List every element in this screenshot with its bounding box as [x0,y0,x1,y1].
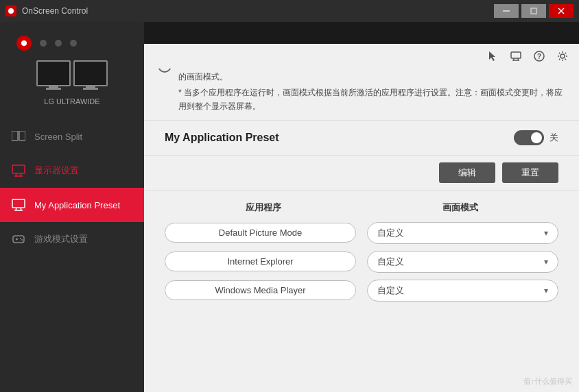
svg-point-0 [8,8,14,14]
chevron-down-icon: ▾ [544,286,548,295]
sidebar-item-screen-split[interactable]: Screen Split [0,119,144,154]
monitor-label: LG ULTRAWIDE [44,97,99,106]
app-preset-icon [11,197,26,212]
svg-rect-11 [12,199,25,208]
screen-split-icon [11,129,26,144]
main-layout: LG ULTRAWIDE Screen Split 显示器设置 My Appli… [0,22,579,392]
svg-point-26 [560,54,565,58]
mode-text-2: 自定义 [377,284,404,297]
svg-rect-20 [511,52,521,58]
sidebar-item-label: 显示器设置 [34,164,79,177]
svg-point-18 [20,238,21,239]
sidebar-item-app-preset[interactable]: My Application Preset [0,188,144,222]
power-indicator [16,36,32,51]
dot3 [70,40,77,47]
mode-text-1: 自定义 [377,256,404,268]
table-row: Default Picture Mode 自定义 ▾ [165,222,558,244]
toggle-container: 关 [514,130,558,145]
sidebar-item-display-settings[interactable]: 显示器设置 [0,154,144,188]
top-bar: ? [144,44,579,69]
action-buttons: 编辑 重置 [144,156,579,191]
table-header: 应用程序 画面模式 [165,201,558,214]
sidebar: LG ULTRAWIDE Screen Split 显示器设置 My Appli… [0,22,144,392]
sidebar-item-label: Screen Split [34,132,82,142]
chevron-down-icon: ▾ [544,228,548,238]
toggle-switch[interactable] [514,130,544,145]
window-controls [494,4,574,18]
title-bar: OnScreen Control [0,0,579,22]
monitor-preview: LG ULTRAWIDE [0,22,144,119]
table-row: Internet Explorer 自定义 ▾ [165,251,558,273]
monitor-icon [36,60,108,86]
content-area: ? i 您可以为单个应用程序设置画面模式。当这些应用程序之一在运行时，屏幕将变更… [144,22,579,392]
dot2 [55,40,62,47]
main-content: i 您可以为单个应用程序设置画面模式。当这些应用程序之一在运行时，屏幕将变更为该… [144,47,579,392]
col-app-header: 应用程序 [165,201,362,214]
mode-select-1[interactable]: 自定义 ▾ [367,251,558,273]
settings-icon[interactable] [554,48,571,64]
reset-button[interactable]: 重置 [502,162,558,183]
app-table: 应用程序 画面模式 Default Picture Mode 自定义 ▾ Int… [144,191,579,319]
close-button[interactable] [549,4,574,18]
display-settings-icon [11,163,26,178]
svg-rect-6 [19,131,25,140]
toggle-label: 关 [550,132,558,144]
game-mode-icon [11,232,26,247]
sidebar-item-label: 游戏模式设置 [34,233,88,245]
svg-rect-15 [13,236,24,243]
svg-text:?: ? [537,53,541,60]
title-bar-text: OnScreen Control [22,6,494,16]
chevron-down-icon: ▾ [544,257,548,267]
table-row: Windows Media Player 自定义 ▾ [165,280,558,302]
svg-rect-5 [12,131,18,140]
edit-button[interactable]: 编辑 [439,162,495,183]
svg-rect-2 [531,8,536,14]
watermark: 值↑什么值得买 [523,376,573,387]
app-name-1: Internet Explorer [165,252,356,271]
preset-header: My Application Preset 关 [144,121,579,156]
help-icon[interactable]: ? [531,48,547,64]
maximize-button[interactable] [521,4,546,18]
minimize-button[interactable] [494,4,519,18]
monitor-top-icon[interactable] [508,48,524,64]
cursor-icon[interactable] [484,48,501,64]
dot1 [40,40,47,47]
info-text-2: * 当多个应用程序在运行时，画面模式根据当前所激活的应用程序进行设置。注意：画面… [178,86,565,112]
mode-select-2[interactable]: 自定义 ▾ [367,280,558,302]
mode-select-0[interactable]: 自定义 ▾ [367,222,558,244]
svg-rect-7 [12,165,25,173]
preset-title: My Application Preset [165,132,279,144]
app-name-0: Default Picture Mode [165,223,356,243]
sidebar-item-game-mode[interactable]: 游戏模式设置 [0,222,144,256]
mode-text-0: 自定义 [377,227,404,239]
svg-rect-1 [503,10,510,12]
col-mode-header: 画面模式 [362,201,558,214]
app-icon [5,5,16,16]
svg-point-19 [21,239,23,241]
sidebar-item-label: My Application Preset [34,200,120,210]
app-name-2: Windows Media Player [165,280,356,300]
